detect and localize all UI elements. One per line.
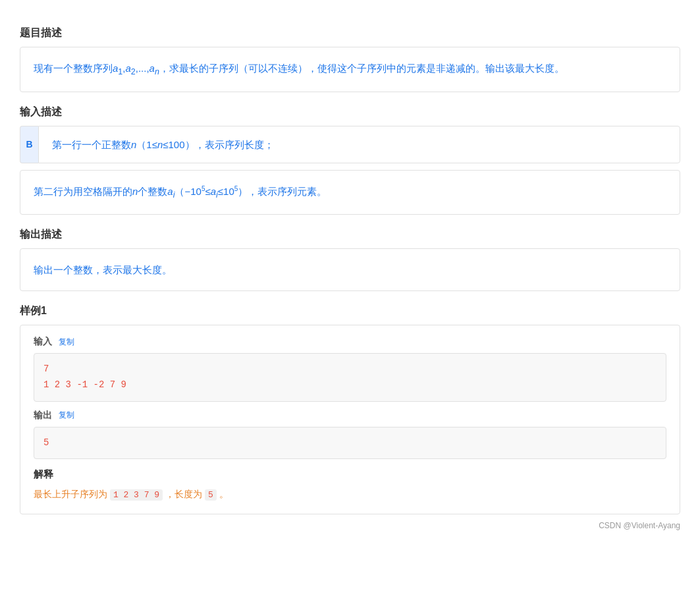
problem-text-content: 现有一个整数序列a1,a2,...,an，求最长的子序列（可以不连续），使得这个… xyxy=(34,63,564,74)
watermark: CSDN @Violent-Ayang xyxy=(20,521,680,530)
problem-text: 现有一个整数序列a1,a2,...,an，求最长的子序列（可以不连续），使得这个… xyxy=(34,59,666,80)
problem-description-section: 题目描述 现有一个整数序列a1,a2,...,an，求最长的子序列（可以不连续）… xyxy=(20,26,680,92)
input-code-box: 7 1 2 3 -1 -2 7 9 xyxy=(34,353,666,402)
input-title: 输入描述 xyxy=(20,105,680,119)
input-code-line2: 1 2 3 -1 -2 7 9 xyxy=(43,377,657,393)
side-indicator: B xyxy=(20,126,38,163)
output-description-section: 输出描述 输出一个整数，表示最大长度。 xyxy=(20,228,680,291)
copy-output-button[interactable]: 复制 xyxy=(59,410,74,421)
explanation-text: 最长上升子序列为 1 2 3 7 9 ，长度为 5 。 xyxy=(34,486,666,503)
sample-box: 输入 复制 7 1 2 3 -1 -2 7 9 输出 复制 5 解释 最长上升子… xyxy=(20,325,680,514)
output-code-box: 5 xyxy=(34,427,666,460)
explanation-mid: ，长度为 xyxy=(165,489,202,499)
input-label: 输入 xyxy=(34,336,52,348)
output-text: 输出一个整数，表示最大长度。 xyxy=(34,261,666,279)
explanation-end: 。 xyxy=(219,489,229,499)
problem-title: 题目描述 xyxy=(20,26,680,40)
explanation-code: 1 2 3 7 9 xyxy=(110,489,163,501)
output-label: 输出 xyxy=(34,410,52,422)
explanation-section: 解释 最长上升子序列为 1 2 3 7 9 ，长度为 5 。 xyxy=(34,468,666,503)
input-line1-text: 第一行一个正整数n（1≤n≤100），表示序列长度； xyxy=(52,139,274,150)
sample-title: 样例1 xyxy=(20,304,680,318)
input-line1-box: 第一行一个正整数n（1≤n≤100），表示序列长度； xyxy=(38,126,680,163)
copy-input-button[interactable]: 复制 xyxy=(59,337,74,348)
output-title: 输出描述 xyxy=(20,228,680,242)
input-line2-content: 第二行为用空格隔开的n个整数ai（−105≤ai≤105），表示序列元素。 xyxy=(34,186,327,197)
explanation-title: 解释 xyxy=(34,468,666,481)
input-code-line1: 7 xyxy=(43,362,657,377)
output-label-row: 输出 复制 xyxy=(34,410,666,422)
input-line2-box: 第二行为用空格隔开的n个整数ai（−105≤ai≤105），表示序列元素。 xyxy=(20,170,680,215)
output-content-box: 输出一个整数，表示最大长度。 xyxy=(20,248,680,291)
input-line1-wrapper: B 第一行一个正整数n（1≤n≤100），表示序列长度； xyxy=(20,126,680,163)
sample-section: 样例1 输入 复制 7 1 2 3 -1 -2 7 9 输出 复制 5 解释 最… xyxy=(20,304,680,514)
explanation-pre: 最长上升子序列为 xyxy=(34,489,107,499)
output-code: 5 xyxy=(43,435,657,451)
explanation-length: 5 xyxy=(205,489,217,501)
problem-content-box: 现有一个整数序列a1,a2,...,an，求最长的子序列（可以不连续），使得这个… xyxy=(20,47,680,92)
input-label-row: 输入 复制 xyxy=(34,336,666,348)
output-content: 输出一个整数，表示最大长度。 xyxy=(34,264,172,275)
input-description-section: 输入描述 B 第一行一个正整数n（1≤n≤100），表示序列长度； 第二行为用空… xyxy=(20,105,680,215)
input-line2-text: 第二行为用空格隔开的n个整数ai（−105≤ai≤105），表示序列元素。 xyxy=(34,182,666,203)
